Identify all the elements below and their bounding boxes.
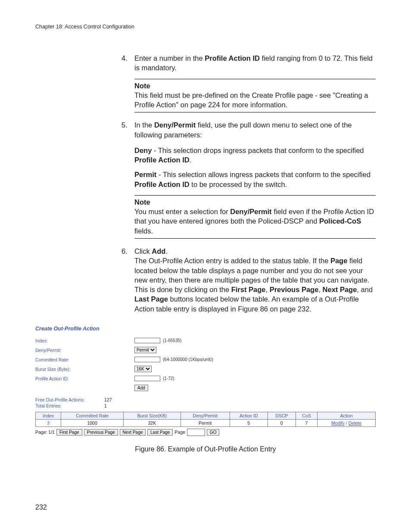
- step-4: 4. Enter a number in the Profile Action …: [121, 53, 376, 73]
- cell-aid: 5: [230, 419, 268, 426]
- text: ,: [265, 286, 269, 293]
- note-title: Note: [134, 197, 376, 207]
- bold-text: Last Page: [134, 295, 168, 303]
- last-page-button[interactable]: Last Page: [147, 429, 173, 436]
- index-input[interactable]: [134, 338, 160, 343]
- out-profile-table: Index Committed Rate Burst Size(KB) Deny…: [35, 412, 376, 427]
- text: - This selection allows ingress packets …: [156, 171, 371, 178]
- profile-action-id-input[interactable]: [134, 376, 160, 381]
- step-5: 5. In the Deny/Permit field, use the pul…: [121, 120, 376, 140]
- note-title: Note: [134, 81, 376, 90]
- bold-text: First Page: [231, 286, 266, 293]
- step-number: 5.: [121, 120, 134, 140]
- permit-para: Permit - This selection allows ingress p…: [134, 170, 376, 189]
- label-deny-permit: Deny/Permit:: [35, 348, 134, 353]
- cell-rate: 1000: [61, 419, 124, 426]
- col-index: Index: [36, 412, 61, 419]
- cell-cos: 7: [296, 419, 317, 426]
- bold-text: Deny/Permit: [230, 208, 271, 215]
- bold-text: Add: [152, 247, 165, 255]
- text: Click: [134, 247, 152, 255]
- label-index: Index:: [35, 338, 134, 343]
- hint-index: (1-65535): [163, 338, 181, 343]
- go-button[interactable]: GO: [207, 429, 220, 436]
- text: You must enter a selection for: [134, 208, 230, 215]
- burst-size-select[interactable]: 16K: [134, 366, 152, 372]
- col-deny-permit: Deny/Permit: [181, 412, 230, 419]
- label-burst-size: Burst Size (Byte):: [35, 367, 134, 372]
- next-page-button[interactable]: Next Page: [120, 429, 146, 436]
- bold-text: Next Page: [323, 286, 357, 293]
- cell-dp: Permit: [181, 419, 230, 426]
- table-header-row: Index Committed Rate Burst Size(KB) Deny…: [36, 412, 376, 419]
- modify-link[interactable]: Modify: [331, 420, 345, 426]
- page-word: Page: [174, 429, 185, 435]
- text: .: [190, 156, 192, 164]
- bold-text: Permit: [134, 171, 156, 178]
- step-number: 6.: [121, 246, 134, 314]
- cell-index: 3: [36, 419, 61, 426]
- col-committed-rate: Committed Rate: [61, 412, 124, 419]
- label-profile-action-id: Profile Action ID:: [35, 376, 134, 381]
- first-page-button[interactable]: First Page: [56, 429, 82, 436]
- hint-committed-rate: (64-1000000 (1Kbps/unit)): [163, 357, 213, 362]
- deny-permit-select[interactable]: Permit: [134, 347, 156, 353]
- step-6: 6. Click Add. The Out-Profile Action ent…: [121, 246, 376, 314]
- col-action-id: Action ID: [230, 412, 268, 419]
- text: - This selection drops ingress packets t…: [152, 146, 364, 154]
- deny-para: Deny - This selection drops ingress pack…: [134, 146, 376, 165]
- free-actions-label: Free Out-Profile Actions:: [35, 397, 104, 402]
- text: The Out-Profile Action entry is added to…: [134, 257, 330, 264]
- note-box: Note You must enter a selection for Deny…: [134, 195, 376, 239]
- cell-action: Modify / Delete: [318, 419, 376, 426]
- figure-caption: Figure 86. Example of Out-Profile Action…: [35, 445, 376, 453]
- note-box: Note This field must be pre-defined on t…: [134, 79, 376, 113]
- note-body: This field must be pre-defined on the Cr…: [134, 90, 376, 110]
- text: to be processed by the switch.: [190, 180, 287, 188]
- col-burst-size: Burst Size(KB): [123, 412, 181, 419]
- bold-text: Previous Page: [270, 286, 319, 293]
- chapter-header: Chapter 18: Access Control Configuration: [35, 24, 376, 30]
- sep: /: [345, 420, 349, 426]
- pager: Page: 1/1 First Page Previous Page Next …: [35, 429, 376, 436]
- add-button[interactable]: Add: [134, 385, 148, 391]
- text: fields.: [134, 227, 153, 235]
- free-actions-value: 127: [104, 397, 112, 402]
- note-body: You must enter a selection for Deny/Perm…: [134, 207, 376, 236]
- previous-page-button[interactable]: Previous Page: [84, 429, 118, 436]
- col-dscp: DSCP: [268, 412, 296, 419]
- bold-text: Deny: [134, 146, 152, 154]
- text: ,: [318, 286, 322, 293]
- col-action: Action: [318, 412, 376, 419]
- text: .: [165, 247, 168, 255]
- page-input[interactable]: [187, 429, 205, 436]
- bold-text: Deny/Permit: [154, 121, 196, 129]
- table-row: 3 1000 32K Permit 5 0 7 Modify / Delete: [36, 419, 376, 426]
- figure-86: Create Out-Profile Action Index: (1-6553…: [35, 326, 376, 436]
- col-cos: CoS: [296, 412, 317, 419]
- text: , and: [357, 286, 373, 293]
- total-entries-value: 1: [104, 403, 107, 408]
- page-indicator: Page: 1/1: [35, 429, 55, 435]
- label-committed-rate: Committed Rate:: [35, 357, 134, 362]
- step-number: 4.: [121, 53, 134, 73]
- bold-text: Profile Action ID: [134, 180, 190, 188]
- total-entries-label: Total Entries:: [35, 403, 104, 408]
- bold-text: Profile Action ID: [205, 54, 260, 62]
- bold-text: Policed-CoS: [319, 217, 361, 225]
- page-number: 232: [35, 504, 47, 511]
- cell-dscp: 0: [268, 419, 296, 426]
- bold-text: Page: [330, 257, 347, 264]
- bold-text: Profile Action ID: [134, 156, 190, 164]
- cell-burst: 32K: [123, 419, 181, 426]
- hint-profile-action-id: (1-72): [163, 376, 174, 381]
- text: buttons located below the table. An exam…: [134, 295, 359, 312]
- delete-link[interactable]: Delete: [349, 420, 361, 426]
- text: In the: [134, 121, 154, 129]
- committed-rate-input[interactable]: [134, 357, 160, 362]
- text: Enter a number in the: [134, 54, 205, 62]
- figure-title: Create Out-Profile Action: [35, 326, 376, 332]
